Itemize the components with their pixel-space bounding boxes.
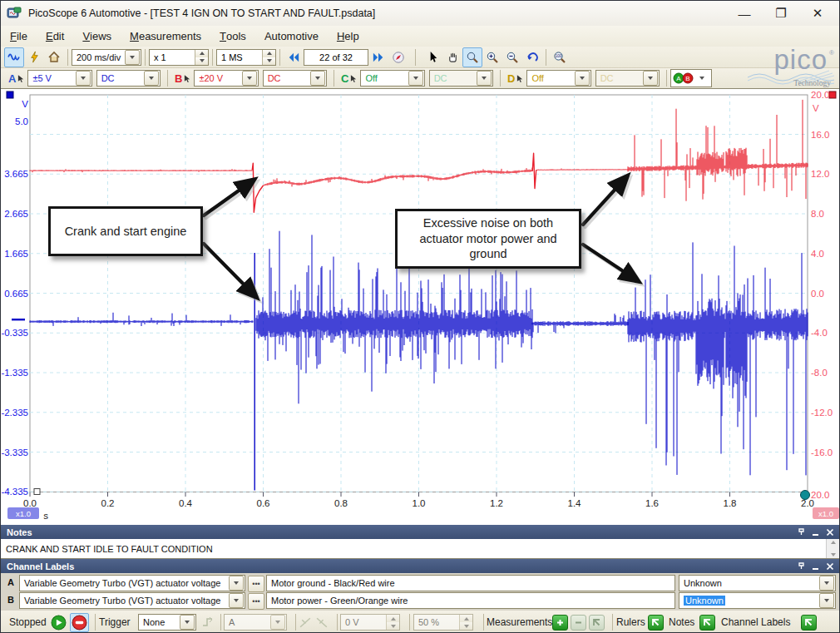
wire-label-input[interactable]: Motor power - Green/Orange wire <box>266 592 675 609</box>
channel-labels-body: AVariable Geometry Turbo (VGT) actuator … <box>1 573 839 611</box>
minimize-panel-icon[interactable] <box>812 528 820 537</box>
rulers-toggle-button[interactable] <box>648 611 664 633</box>
status-select[interactable]: Unknown <box>679 575 836 591</box>
x-axis-tick: 0.8 <box>334 498 348 508</box>
stop-button[interactable] <box>70 611 89 633</box>
probe-select[interactable]: Variable Geometry Turbo (VGT) actuator v… <box>19 592 245 609</box>
home-icon <box>47 51 61 64</box>
notes-toggle-button[interactable] <box>699 611 715 633</box>
menu-file[interactable]: File <box>1 26 37 47</box>
left-axis-unit: V <box>22 99 28 109</box>
trigger-mode-select[interactable]: None <box>138 614 196 631</box>
window-zoom-button[interactable] <box>462 47 482 67</box>
chevron-down-icon[interactable] <box>180 615 195 630</box>
pin-icon[interactable] <box>797 527 806 537</box>
zoom-in-icon <box>486 51 499 64</box>
notes-scrollbar[interactable] <box>826 539 839 558</box>
normal-selection-button[interactable] <box>422 47 442 67</box>
channel-c-range-select[interactable]: Off <box>360 70 424 87</box>
zoom-full-button[interactable]: 100 <box>550 47 570 67</box>
rising-edge-icon <box>299 616 313 630</box>
timebase-select[interactable]: 200 ms/div <box>72 49 141 66</box>
probe-select[interactable]: Variable Geometry Turbo (VGT) actuator v… <box>19 575 245 591</box>
channel-options-button[interactable]: AB <box>670 69 712 87</box>
channel-d-range-select[interactable]: Off <box>526 70 590 87</box>
previous-buffer-button[interactable] <box>284 47 304 67</box>
menu-edit[interactable]: Edit <box>37 26 73 47</box>
channel-a-marker[interactable] <box>7 91 13 98</box>
play-icon <box>51 615 67 631</box>
next-buffer-button[interactable] <box>368 47 388 67</box>
add-measurement-button[interactable] <box>552 611 568 633</box>
chevron-down-icon <box>643 71 658 86</box>
menu-views[interactable]: Views <box>73 26 121 47</box>
wire-label-input[interactable]: Motor ground - Black/Red wire <box>266 575 675 591</box>
zoom-out-button[interactable] <box>502 47 522 67</box>
buffer-navigator-button[interactable] <box>388 47 408 67</box>
chevron-down-icon[interactable] <box>144 71 159 86</box>
left-axis-tick: 2.665 <box>4 209 28 219</box>
waveform-chart[interactable]: V5.03.6652.6651.6650.665-0.335-1.335-2.3… <box>1 89 840 525</box>
spinner-arrows-icon[interactable] <box>262 50 275 65</box>
right-axis-tick: 4.0 <box>811 249 824 259</box>
menu-help[interactable]: Help <box>328 26 368 47</box>
channel-a-coupling-select[interactable]: DC <box>96 70 161 87</box>
minimize-panel-icon[interactable] <box>812 562 820 571</box>
zoom-multiplier-spinner[interactable]: x 1 <box>149 49 209 66</box>
hand-tool-button[interactable] <box>442 47 462 67</box>
chevron-down-icon[interactable] <box>125 50 140 65</box>
rulers-label: Rulers <box>616 611 645 633</box>
falling-edge-button <box>315 611 329 633</box>
chevron-down-icon[interactable] <box>408 71 423 86</box>
trigger-level-spinner: 0 V <box>340 614 400 631</box>
channel-b-coupling-select[interactable]: DC <box>263 70 327 87</box>
chevron-down-icon[interactable] <box>819 576 834 591</box>
undo-zoom-button[interactable] <box>522 47 542 67</box>
minimize-button[interactable]: — <box>726 2 763 25</box>
probe-details-button[interactable]: ••• <box>248 576 264 592</box>
chevron-down-icon[interactable] <box>310 71 325 86</box>
maximize-button[interactable]: ❐ <box>763 2 799 25</box>
right-axis-tick: -4.0 <box>811 328 828 338</box>
buffer-position[interactable]: 22 of 32 <box>304 49 368 66</box>
spinner-arrows-icon[interactable] <box>195 50 208 65</box>
chevron-down-icon[interactable] <box>695 72 709 85</box>
start-button[interactable] <box>51 611 67 633</box>
chevron-down-icon[interactable] <box>242 71 257 86</box>
scroll-down-icon[interactable] <box>831 553 836 556</box>
notes-panel-header: Notes <box>1 525 839 539</box>
menu-measurements[interactable]: Measurements <box>121 26 210 47</box>
menu-automotive[interactable]: Automotive <box>255 26 328 47</box>
notes-body[interactable]: CRANK AND START IDLE TO FAULT CONDITION <box>1 539 839 559</box>
channel-a-zero-marker[interactable] <box>12 319 25 320</box>
auto-setup-button[interactable] <box>24 47 44 67</box>
channel-b-range-select[interactable]: ±20 V <box>194 70 258 87</box>
ground-marker[interactable] <box>34 489 40 495</box>
home-button[interactable] <box>44 47 64 67</box>
sample-count-spinner[interactable]: 1 MS <box>216 49 276 66</box>
app-icon <box>7 7 22 20</box>
chevron-down-icon[interactable] <box>229 576 244 591</box>
pin-icon[interactable] <box>797 561 806 571</box>
zoom-in-button[interactable] <box>482 47 502 67</box>
probe-details-button[interactable]: ••• <box>248 593 264 610</box>
channel-b-marker[interactable] <box>829 91 836 98</box>
scroll-up-icon[interactable] <box>831 541 836 544</box>
right-axis-tick: 12.0 <box>811 169 829 179</box>
chevron-down-icon[interactable] <box>76 71 91 86</box>
notes-text[interactable]: CRANK AND START IDLE TO FAULT CONDITION <box>6 544 213 554</box>
scope-view-button[interactable] <box>4 47 24 67</box>
status-value: Unknown <box>684 596 725 606</box>
channel-labels-toggle-button[interactable] <box>801 611 817 633</box>
close-panel-icon[interactable] <box>826 562 834 571</box>
status-select[interactable]: Unknown <box>679 592 836 609</box>
channel-a-range-select[interactable]: ±5 V <box>27 70 91 87</box>
chevron-down-icon[interactable] <box>229 593 244 608</box>
chevron-down-icon[interactable] <box>819 593 834 608</box>
menu-tools[interactable]: Tools <box>210 26 255 47</box>
x-axis-tick: 1.8 <box>724 498 737 508</box>
trigger-label: Trigger <box>99 611 131 633</box>
close-button[interactable]: ✕ <box>799 2 836 25</box>
close-panel-icon[interactable] <box>826 528 834 537</box>
chevron-down-icon[interactable] <box>575 71 590 86</box>
